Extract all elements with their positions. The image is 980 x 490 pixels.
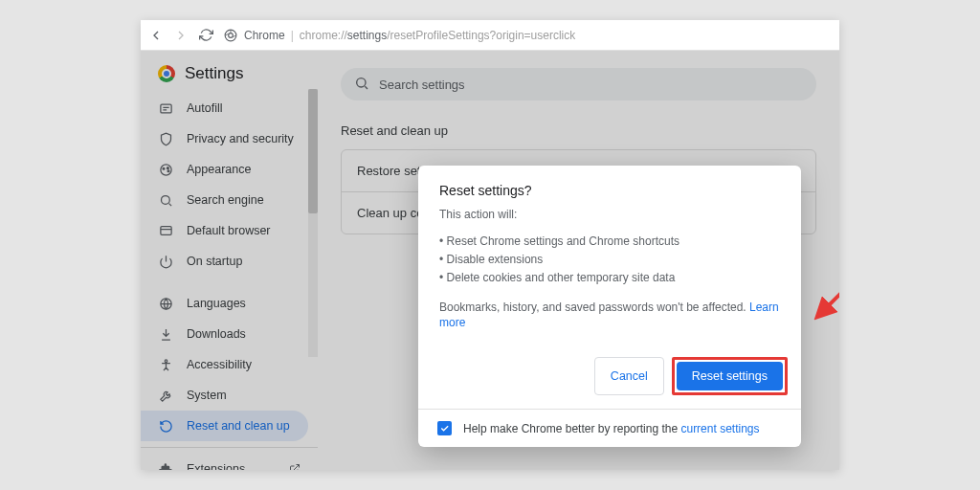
dialog-footer: Help make Chrome better by reporting the… [418, 409, 801, 447]
dialog-bullet: Disable extensions [439, 251, 780, 269]
annotation-arrow [811, 276, 839, 327]
forward-icon[interactable] [173, 28, 189, 43]
footer-text: Help make Chrome better by reporting the… [463, 422, 760, 435]
url-separator: | [291, 29, 294, 42]
reset-settings-dialog: Reset settings? This action will: Reset … [418, 166, 801, 447]
dialog-actions: Cancel Reset settings [418, 353, 801, 409]
browser-toolbar: Chrome | chrome://settings/resetProfileS… [141, 20, 839, 51]
dialog-intro: This action will: [439, 208, 780, 223]
svg-line-14 [822, 280, 839, 312]
reload-icon[interactable] [198, 28, 213, 43]
dialog-note: Bookmarks, history, and saved passwords … [439, 301, 780, 330]
report-checkbox[interactable] [437, 421, 452, 435]
chrome-icon [223, 28, 238, 43]
url-text: chrome://settings/resetProfileSettings?o… [300, 29, 575, 42]
dialog-title: Reset settings? [439, 183, 780, 198]
address-bar[interactable]: Chrome | chrome://settings/resetProfileS… [223, 28, 575, 43]
dialog-bullet-list: Reset Chrome settings and Chrome shortcu… [439, 233, 780, 288]
reset-settings-button[interactable]: Reset settings [677, 362, 783, 390]
cancel-button[interactable]: Cancel [594, 357, 664, 395]
svg-point-1 [229, 33, 234, 37]
current-settings-link[interactable]: current settings [680, 422, 759, 435]
back-icon[interactable] [148, 28, 164, 43]
dialog-bullet: Reset Chrome settings and Chrome shortcu… [439, 233, 780, 251]
dialog-bullet: Delete cookies and other temporary site … [439, 269, 780, 287]
annotation-highlight: Reset settings [672, 357, 788, 395]
browser-window: Chrome | chrome://settings/resetProfileS… [141, 20, 839, 470]
url-scheme-label: Chrome [244, 29, 285, 42]
